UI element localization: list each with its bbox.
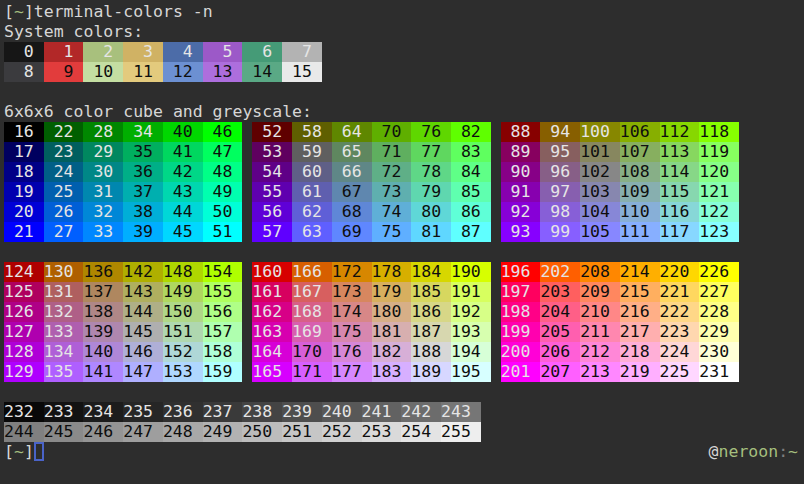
color-cell: 89: [501, 142, 541, 162]
color-cell: 215: [620, 282, 660, 302]
color-cell: 185: [411, 282, 451, 302]
color-cell: 190: [451, 262, 491, 282]
color-cell: 112: [660, 122, 700, 142]
color-cell: 189: [411, 362, 451, 382]
prompt-bracket-open: [: [4, 2, 14, 21]
color-cell: 79: [411, 182, 451, 202]
color-cell: 70: [372, 122, 412, 142]
color-cell: 131: [44, 282, 84, 302]
color-cell: 103: [580, 182, 620, 202]
cube-block-row: 21 27 33 39 45 51: [4, 222, 242, 242]
color-cell: 45: [163, 222, 203, 242]
color-cell: 252: [322, 422, 362, 442]
blank-line: [4, 242, 804, 262]
cube-block-row: 54 60 66 72 78 84: [252, 162, 490, 182]
color-cell: 164: [252, 342, 292, 362]
color-cell: 113: [660, 142, 700, 162]
color-cell: 227: [699, 282, 739, 302]
color-cell: 225: [660, 362, 700, 382]
color-cell: 69: [332, 222, 372, 242]
color-cell: 109: [620, 182, 660, 202]
color-cell: 232: [4, 402, 44, 422]
color-cell: 144: [123, 302, 163, 322]
color-cell: 7: [282, 42, 322, 62]
color-cell: 125: [4, 282, 44, 302]
color-cell: 149: [163, 282, 203, 302]
color-cell: 169: [292, 322, 332, 342]
cube-block-row: 90 96 102 108 114 120: [501, 162, 739, 182]
cube-block-row: 92 98 104 110 116 122: [501, 202, 739, 222]
terminal-cursor: [34, 442, 44, 461]
color-cell: 130: [44, 262, 84, 282]
color-cell: 127: [4, 322, 44, 342]
color-cell: 97: [540, 182, 580, 202]
color-cell: 178: [372, 262, 412, 282]
color-cell: 13: [203, 62, 243, 82]
color-cell: 238: [242, 402, 282, 422]
color-cell: 162: [252, 302, 292, 322]
cube-block-row: 200 206 212 218 224 230: [501, 342, 739, 362]
cube-block-row: 199 205 211 217 223 229: [501, 322, 739, 342]
color-cell: 235: [123, 402, 163, 422]
color-cell: 212: [580, 342, 620, 362]
color-cell: 132: [44, 302, 84, 322]
cube-blocks-top: 16 22 28 34 40 46 17 23 29 35 41 47 18 2…: [4, 122, 804, 242]
color-cell: 65: [332, 142, 372, 162]
color-cell: 49: [203, 182, 243, 202]
cube-block-row: 91 97 103 109 115 121: [501, 182, 739, 202]
color-cell: 240: [322, 402, 362, 422]
color-cell: 145: [123, 322, 163, 342]
color-cell: 179: [372, 282, 412, 302]
color-cell: 175: [332, 322, 372, 342]
greyscale-row-2: 244 245 246 247 248 249 250 251 252 253 …: [4, 422, 804, 442]
color-cell: 234: [83, 402, 123, 422]
cube-block-row: 93 99 105 111 117 123: [501, 222, 739, 242]
color-cell: 101: [580, 142, 620, 162]
color-cell: 187: [411, 322, 451, 342]
color-cell: 120: [699, 162, 739, 182]
color-cell: 239: [282, 402, 322, 422]
color-cell: 36: [123, 162, 163, 182]
color-cell: 116: [660, 202, 700, 222]
color-cell: 211: [580, 322, 620, 342]
status-hostname: neroon: [719, 442, 779, 461]
color-cell: 21: [4, 222, 44, 242]
color-cell: 177: [332, 362, 372, 382]
color-cell: 121: [699, 182, 739, 202]
color-cell: 199: [501, 322, 541, 342]
color-cell: 25: [44, 182, 84, 202]
color-cell: 218: [620, 342, 660, 362]
color-cell: 105: [580, 222, 620, 242]
terminal-screen[interactable]: [~]terminal-colors -n System colors: 0 1…: [0, 0, 804, 484]
color-cell: 216: [620, 302, 660, 322]
color-cell: 157: [203, 322, 243, 342]
color-cell: 129: [4, 362, 44, 382]
color-cell: 224: [660, 342, 700, 362]
color-cell: 226: [699, 262, 739, 282]
color-cell: 128: [4, 342, 44, 362]
color-cell: 35: [123, 142, 163, 162]
color-cell: 76: [411, 122, 451, 142]
color-cell: 182: [372, 342, 412, 362]
cube-block-row: 129 135 141 147 153 159: [4, 362, 242, 382]
color-cell: 15: [282, 62, 322, 82]
greyscale-row-1: 232 233 234 235 236 237 238 239 240 241 …: [4, 402, 804, 422]
color-cell: 137: [83, 282, 123, 302]
color-cell: 104: [580, 202, 620, 222]
color-cell: 195: [451, 362, 491, 382]
color-cell: 184: [411, 262, 451, 282]
color-cell: 81: [411, 222, 451, 242]
color-cell: 155: [203, 282, 243, 302]
color-cell: 186: [411, 302, 451, 322]
color-cell: 221: [660, 282, 700, 302]
color-cell: 159: [203, 362, 243, 382]
color-cell: 77: [411, 142, 451, 162]
color-cell: 51: [203, 222, 243, 242]
color-cell: 93: [501, 222, 541, 242]
cube-block-row: 55 61 67 73 79 85: [252, 182, 490, 202]
color-cell: 86: [451, 202, 491, 222]
cube-block-row: 165 171 177 183 189 195: [252, 362, 490, 382]
color-cell: 96: [540, 162, 580, 182]
color-cell: 168: [292, 302, 332, 322]
cube-block-row: 56 62 68 74 80 86: [252, 202, 490, 222]
